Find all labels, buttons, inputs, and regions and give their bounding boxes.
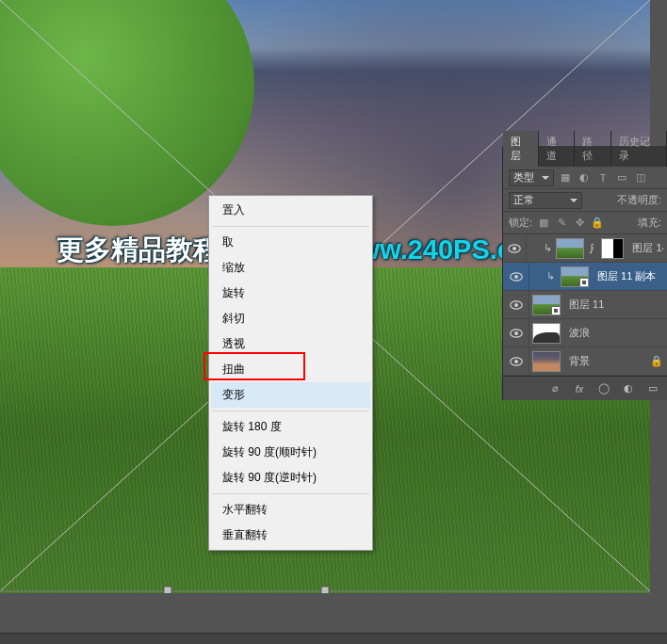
svg-point-10 bbox=[514, 303, 518, 307]
group-icon[interactable]: ▭ bbox=[646, 382, 659, 395]
blend-mode-dropdown[interactable]: 正常 bbox=[509, 192, 582, 209]
layer-mask-thumbnail[interactable] bbox=[601, 238, 624, 259]
filter-smart-icon[interactable]: ◫ bbox=[633, 170, 648, 185]
layer-name[interactable]: 背景 bbox=[569, 354, 590, 368]
tab-channels[interactable]: 通道 bbox=[539, 131, 575, 167]
menu-separator bbox=[212, 226, 369, 227]
fill-label[interactable]: 填充: bbox=[638, 216, 661, 230]
clip-indicator-icon: ↳ bbox=[546, 270, 558, 282]
blend-opacity-row: 正常 不透明度: bbox=[503, 189, 667, 212]
layer-name[interactable]: 图层 11 副本 bbox=[597, 269, 656, 283]
smart-object-badge-icon bbox=[551, 306, 561, 315]
svg-point-14 bbox=[514, 360, 518, 363]
lock-fill-row: 锁定: ▩ ✎ ✥ 🔒 填充: bbox=[503, 212, 667, 234]
panel-footer: ⌀ fx ◯ ◐ ▭ bbox=[503, 376, 667, 400]
menu-item[interactable]: 旋转 180 度 bbox=[211, 414, 370, 440]
tab-paths[interactable]: 路径 bbox=[575, 131, 610, 167]
menu-item[interactable]: 取 bbox=[211, 230, 370, 255]
menu-item[interactable]: 变形 bbox=[211, 382, 370, 408]
menu-item[interactable]: 缩放 bbox=[211, 255, 370, 281]
layer-row[interactable]: ↳图层 11 副本 bbox=[503, 263, 667, 291]
lock-transparency-icon[interactable]: ▩ bbox=[537, 217, 550, 230]
panel-tabs[interactable]: 图层 通道 路径 历史记录 bbox=[503, 146, 667, 167]
menu-item[interactable]: 透视 bbox=[211, 331, 370, 357]
layer-row[interactable]: 图层 11 bbox=[503, 291, 667, 319]
smart-object-badge-icon bbox=[579, 278, 589, 287]
layer-row[interactable]: 波浪 bbox=[503, 319, 667, 347]
filter-adjust-icon[interactable]: ◐ bbox=[577, 170, 592, 185]
layer-row[interactable]: 背景🔒 bbox=[503, 347, 667, 376]
visibility-toggle[interactable] bbox=[503, 234, 527, 262]
link-layers-icon[interactable]: ⌀ bbox=[548, 382, 561, 395]
layers-list[interactable]: ↳⨓图层 14↳图层 11 副本图层 11波浪背景🔒 bbox=[503, 234, 667, 376]
menu-separator bbox=[212, 493, 369, 494]
menu-separator bbox=[212, 411, 369, 411]
lock-all-icon[interactable]: 🔒 bbox=[591, 217, 604, 230]
menu-item[interactable]: 旋转 bbox=[211, 281, 370, 306]
menu-item[interactable]: 旋转 90 度(顺时针) bbox=[211, 440, 370, 465]
filter-shape-icon[interactable]: ▭ bbox=[614, 170, 629, 185]
svg-point-8 bbox=[514, 275, 518, 279]
layer-thumbnail[interactable] bbox=[561, 266, 589, 287]
visibility-toggle[interactable] bbox=[503, 347, 529, 375]
layer-mask-icon[interactable]: ◯ bbox=[597, 382, 610, 395]
opacity-label[interactable]: 不透明度: bbox=[617, 193, 661, 207]
status-bar bbox=[0, 633, 667, 644]
tab-layers[interactable]: 图层 bbox=[503, 131, 539, 167]
clip-indicator-icon: ↳ bbox=[544, 242, 553, 254]
layer-row[interactable]: ↳⨓图层 14 bbox=[503, 234, 667, 263]
visibility-toggle[interactable] bbox=[503, 263, 529, 290]
menu-item[interactable]: 旋转 90 度(逆时针) bbox=[211, 465, 370, 491]
layer-thumbnail[interactable] bbox=[532, 295, 561, 315]
adjustment-layer-icon[interactable]: ◐ bbox=[622, 382, 635, 395]
layer-name[interactable]: 图层 11 bbox=[569, 298, 604, 312]
layer-thumbnail[interactable] bbox=[532, 351, 561, 372]
filter-type-icon[interactable]: T bbox=[595, 170, 610, 185]
layer-name[interactable]: 波浪 bbox=[569, 326, 590, 340]
transform-context-menu[interactable]: 置入取缩放旋转斜切透视扭曲变形旋转 180 度旋转 90 度(顺时针)旋转 90… bbox=[208, 195, 373, 551]
layer-thumbnail[interactable] bbox=[556, 238, 584, 259]
layer-fx-icon[interactable]: fx bbox=[573, 382, 586, 395]
menu-item[interactable]: 水平翻转 bbox=[211, 497, 370, 523]
layer-filter-row[interactable]: 类型 ▦ ◐ T ▭ ◫ bbox=[503, 167, 667, 189]
svg-point-6 bbox=[512, 247, 516, 250]
menu-item[interactable]: 扭曲 bbox=[211, 357, 370, 382]
mask-link-icon[interactable]: ⨓ bbox=[589, 242, 598, 254]
menu-item[interactable]: 垂直翻转 bbox=[211, 523, 370, 548]
filter-kind-dropdown[interactable]: 类型 bbox=[509, 169, 554, 186]
lock-label: 锁定: bbox=[509, 216, 532, 230]
layer-name[interactable]: 图层 14 bbox=[632, 241, 663, 255]
menu-item[interactable]: 置入 bbox=[211, 198, 370, 223]
lock-position-icon[interactable]: ✥ bbox=[573, 217, 586, 230]
layers-panel[interactable]: 图层 通道 路径 历史记录 类型 ▦ ◐ T ▭ ◫ 正常 不透明度: 锁定: … bbox=[502, 146, 667, 400]
lock-paint-icon[interactable]: ✎ bbox=[555, 217, 568, 230]
lock-icon[interactable]: 🔒 bbox=[650, 355, 663, 367]
menu-item[interactable]: 斜切 bbox=[211, 306, 370, 331]
tab-history[interactable]: 历史记录 bbox=[611, 131, 667, 167]
visibility-toggle[interactable] bbox=[503, 291, 529, 318]
filter-pixel-icon[interactable]: ▦ bbox=[558, 170, 573, 185]
visibility-toggle[interactable] bbox=[503, 319, 529, 346]
svg-point-12 bbox=[514, 331, 518, 335]
layer-thumbnail[interactable] bbox=[532, 323, 561, 344]
